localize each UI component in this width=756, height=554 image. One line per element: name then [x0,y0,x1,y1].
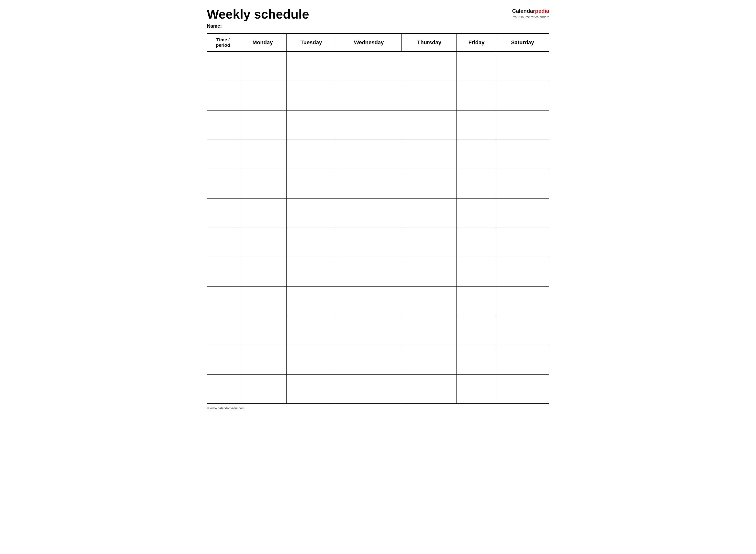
cell-friday-row7[interactable] [457,257,496,286]
cell-saturday-row0[interactable] [496,52,549,81]
cell-tuesday-row8[interactable] [286,286,336,316]
cell-thursday-row9[interactable] [402,316,457,345]
col-header-time: Time / period [207,34,239,52]
table-row [207,140,549,169]
cell-thursday-row0[interactable] [402,52,457,81]
cell-saturday-row8[interactable] [496,286,549,316]
time-cell[interactable] [207,52,239,81]
cell-tuesday-row2[interactable] [286,110,336,140]
cell-thursday-row11[interactable] [402,374,457,404]
cell-friday-row5[interactable] [457,198,496,228]
cell-friday-row8[interactable] [457,286,496,316]
table-row [207,345,549,374]
cell-friday-row0[interactable] [457,52,496,81]
cell-wednesday-row10[interactable] [336,345,402,374]
cell-tuesday-row11[interactable] [286,374,336,404]
time-cell[interactable] [207,169,239,198]
cell-friday-row10[interactable] [457,345,496,374]
time-cell[interactable] [207,81,239,110]
cell-friday-row3[interactable] [457,140,496,169]
name-label: Name: [207,23,549,29]
cell-thursday-row3[interactable] [402,140,457,169]
time-cell[interactable] [207,228,239,257]
cell-thursday-row8[interactable] [402,286,457,316]
cell-tuesday-row10[interactable] [286,345,336,374]
cell-monday-row5[interactable] [239,198,286,228]
time-cell[interactable] [207,345,239,374]
cell-saturday-row5[interactable] [496,198,549,228]
cell-saturday-row11[interactable] [496,374,549,404]
time-cell[interactable] [207,140,239,169]
time-cell[interactable] [207,110,239,140]
cell-monday-row4[interactable] [239,169,286,198]
cell-thursday-row10[interactable] [402,345,457,374]
time-cell[interactable] [207,286,239,316]
cell-wednesday-row11[interactable] [336,374,402,404]
table-row [207,257,549,286]
cell-saturday-row10[interactable] [496,345,549,374]
cell-monday-row9[interactable] [239,316,286,345]
cell-saturday-row2[interactable] [496,110,549,140]
cell-saturday-row7[interactable] [496,257,549,286]
cell-wednesday-row1[interactable] [336,81,402,110]
col-header-friday: Friday [457,34,496,52]
cell-thursday-row5[interactable] [402,198,457,228]
cell-wednesday-row8[interactable] [336,286,402,316]
cell-thursday-row4[interactable] [402,169,457,198]
table-row [207,198,549,228]
time-cell[interactable] [207,316,239,345]
cell-monday-row8[interactable] [239,286,286,316]
cell-saturday-row4[interactable] [496,169,549,198]
cell-monday-row3[interactable] [239,140,286,169]
cell-tuesday-row0[interactable] [286,52,336,81]
cell-wednesday-row4[interactable] [336,169,402,198]
cell-friday-row4[interactable] [457,169,496,198]
cell-monday-row10[interactable] [239,345,286,374]
cell-tuesday-row1[interactable] [286,81,336,110]
cell-thursday-row6[interactable] [402,228,457,257]
cell-saturday-row6[interactable] [496,228,549,257]
brand-name: Calendarpedia [512,7,549,15]
cell-tuesday-row3[interactable] [286,140,336,169]
cell-friday-row9[interactable] [457,316,496,345]
cell-monday-row0[interactable] [239,52,286,81]
cell-wednesday-row2[interactable] [336,110,402,140]
schedule-table: Time / period Monday Tuesday Wednesday T… [207,33,549,404]
cell-friday-row2[interactable] [457,110,496,140]
table-row [207,374,549,404]
cell-monday-row11[interactable] [239,374,286,404]
cell-friday-row11[interactable] [457,374,496,404]
cell-thursday-row2[interactable] [402,110,457,140]
cell-tuesday-row7[interactable] [286,257,336,286]
cell-monday-row7[interactable] [239,257,286,286]
col-header-thursday: Thursday [402,34,457,52]
cell-tuesday-row5[interactable] [286,198,336,228]
cell-wednesday-row9[interactable] [336,316,402,345]
time-cell[interactable] [207,198,239,228]
cell-tuesday-row6[interactable] [286,228,336,257]
cell-monday-row1[interactable] [239,81,286,110]
cell-friday-row1[interactable] [457,81,496,110]
time-cell[interactable] [207,374,239,404]
cell-saturday-row1[interactable] [496,81,549,110]
brand-pedia-text: pedia [535,8,549,14]
cell-thursday-row7[interactable] [402,257,457,286]
table-row [207,316,549,345]
cell-friday-row6[interactable] [457,228,496,257]
time-cell[interactable] [207,257,239,286]
table-row [207,169,549,198]
cell-wednesday-row5[interactable] [336,198,402,228]
cell-wednesday-row0[interactable] [336,52,402,81]
cell-wednesday-row7[interactable] [336,257,402,286]
cell-saturday-row3[interactable] [496,140,549,169]
cell-tuesday-row4[interactable] [286,169,336,198]
cell-monday-row2[interactable] [239,110,286,140]
cell-wednesday-row6[interactable] [336,228,402,257]
cell-tuesday-row9[interactable] [286,316,336,345]
table-row [207,228,549,257]
cell-saturday-row9[interactable] [496,316,549,345]
cell-thursday-row1[interactable] [402,81,457,110]
cell-monday-row6[interactable] [239,228,286,257]
col-header-tuesday: Tuesday [286,34,336,52]
cell-wednesday-row3[interactable] [336,140,402,169]
